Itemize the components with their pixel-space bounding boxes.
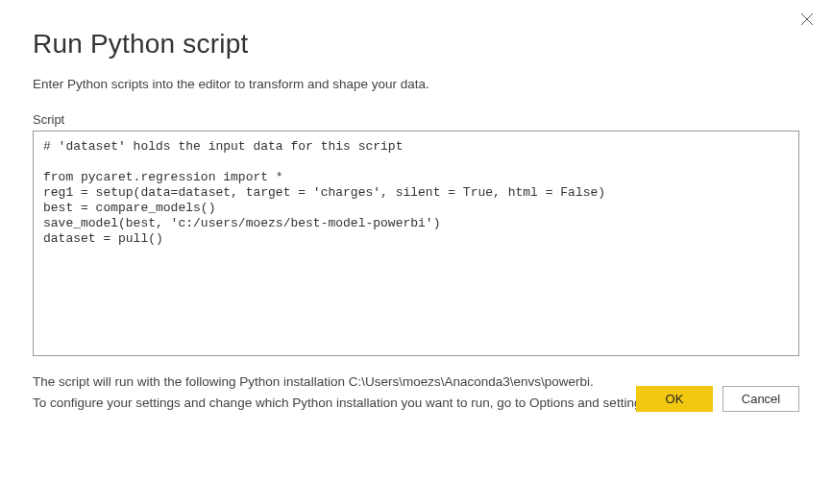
- close-icon: [800, 12, 814, 26]
- dialog-button-row: OK Cancel: [636, 386, 799, 412]
- dialog-subtitle: Enter Python scripts into the editor to …: [33, 77, 799, 91]
- ok-button[interactable]: OK: [636, 386, 713, 412]
- script-editor[interactable]: [33, 131, 799, 356]
- run-python-script-dialog: Run Python script Enter Python scripts i…: [0, 0, 832, 433]
- close-button[interactable]: [797, 10, 817, 29]
- cancel-button[interactable]: Cancel: [722, 386, 799, 412]
- dialog-title: Run Python script: [33, 29, 799, 60]
- script-label: Script: [33, 112, 799, 127]
